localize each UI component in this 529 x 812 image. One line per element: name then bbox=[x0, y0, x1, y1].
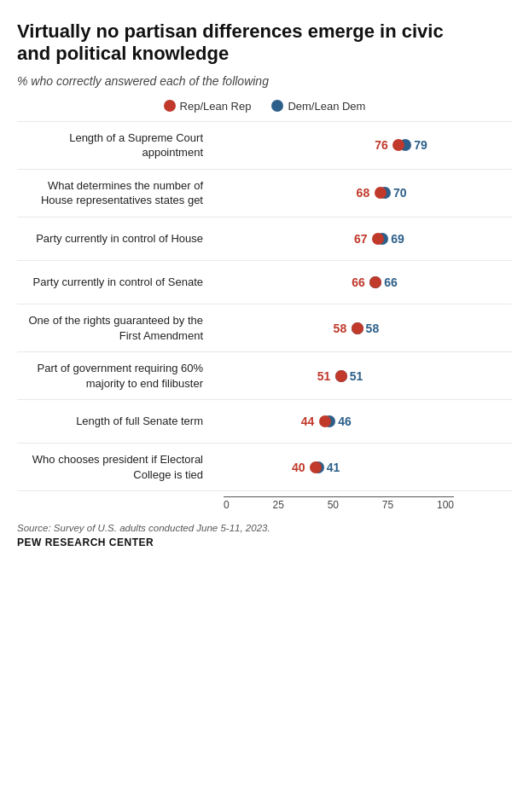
rep-number: 67 bbox=[354, 232, 368, 246]
row-dots: 4446 bbox=[213, 409, 512, 434]
rep-number: 40 bbox=[292, 461, 305, 474]
row-label: Length of a Supreme Court appointment bbox=[17, 130, 213, 160]
row-label: What determines the number of House repr… bbox=[17, 178, 213, 208]
axis-tick: 100 bbox=[437, 499, 454, 511]
rep-label: Rep/Lean Rep bbox=[180, 100, 252, 113]
rep-number: 68 bbox=[357, 186, 370, 200]
dem-number: 46 bbox=[338, 415, 352, 428]
dem-value: 70 bbox=[393, 186, 407, 200]
legend-rep: Rep/Lean Rep bbox=[164, 100, 252, 113]
rep-number: 76 bbox=[375, 138, 388, 152]
rep-value: 40 bbox=[292, 461, 305, 474]
axis-tick: 0 bbox=[224, 499, 230, 511]
chart-row: One of the rights guaranteed by the Firs… bbox=[17, 304, 512, 352]
dem-number: 79 bbox=[414, 138, 427, 152]
dem-value: 79 bbox=[414, 138, 427, 152]
row-label: Party currently in control of House bbox=[17, 231, 213, 246]
chart-row: Party currently in control of House6769 bbox=[17, 218, 512, 261]
dem-label: Dem/Lean Dem bbox=[288, 100, 365, 113]
dem-number: 41 bbox=[327, 461, 340, 474]
row-dots: 7679 bbox=[213, 132, 512, 158]
row-label: Part of government requiring 60% majorit… bbox=[17, 361, 213, 391]
dem-value: 69 bbox=[391, 232, 404, 246]
axis-ticks: 0255075100 bbox=[224, 499, 454, 511]
chart-row: Length of a Supreme Court appointment767… bbox=[17, 121, 512, 170]
dem-number: 66 bbox=[384, 276, 398, 289]
rep-value: 44 bbox=[301, 415, 315, 428]
row-label: One of the rights guaranteed by the Firs… bbox=[17, 313, 213, 343]
axis-tick: 50 bbox=[328, 499, 339, 511]
chart-area: Length of a Supreme Court appointment767… bbox=[17, 121, 512, 491]
rep-dot bbox=[319, 415, 331, 427]
row-dots: 6870 bbox=[213, 180, 512, 206]
chart-row: Who chooses president if Electoral Colle… bbox=[17, 444, 512, 491]
rep-dot bbox=[335, 370, 347, 382]
chart-subtitle: % who correctly answered each of the fol… bbox=[17, 74, 512, 88]
dem-number: 69 bbox=[391, 232, 404, 246]
dem-value: 66 bbox=[384, 276, 398, 289]
rep-value: 67 bbox=[354, 232, 368, 246]
rep-dot bbox=[375, 187, 387, 199]
dem-value: 41 bbox=[327, 461, 340, 474]
dem-number: 51 bbox=[350, 369, 363, 383]
axis-tick: 25 bbox=[272, 499, 283, 511]
dem-value: 46 bbox=[338, 415, 352, 428]
rep-number: 44 bbox=[301, 415, 315, 428]
rep-value: 51 bbox=[317, 369, 331, 383]
rep-dot bbox=[369, 276, 381, 288]
row-dots: 6666 bbox=[213, 270, 512, 295]
rep-value: 68 bbox=[357, 186, 370, 200]
rep-number: 66 bbox=[352, 276, 365, 289]
chart-row: Length of full Senate term4446 bbox=[17, 400, 512, 444]
row-label: Length of full Senate term bbox=[17, 414, 213, 429]
rep-dot bbox=[310, 461, 322, 473]
dem-value: 58 bbox=[366, 322, 380, 335]
dem-number: 70 bbox=[393, 186, 407, 200]
rep-dot bbox=[352, 322, 363, 334]
legend: Rep/Lean Rep Dem/Lean Dem bbox=[17, 100, 512, 113]
axis-tick: 75 bbox=[382, 499, 393, 511]
row-dots: 5858 bbox=[213, 316, 512, 341]
row-label: Party currently in control of Senate bbox=[17, 275, 213, 290]
rep-dot bbox=[392, 139, 404, 151]
chart-row: What determines the number of House repr… bbox=[17, 170, 512, 218]
chart-row: Part of government requiring 60% majorit… bbox=[17, 352, 512, 400]
rep-dot-legend bbox=[164, 100, 176, 112]
axis-area: 0255075100 bbox=[213, 496, 512, 511]
rep-number: 58 bbox=[334, 322, 347, 335]
row-dots: 6769 bbox=[213, 226, 512, 252]
chart-title: Virtually no partisan differences emerge… bbox=[17, 20, 478, 66]
legend-dem: Dem/Lean Dem bbox=[271, 100, 365, 113]
chart-row: Party currently in control of Senate6666 bbox=[17, 261, 512, 304]
rep-value: 58 bbox=[334, 322, 347, 335]
dem-value: 51 bbox=[350, 369, 363, 383]
org-name: PEW RESEARCH CENTER bbox=[17, 536, 512, 548]
axis-line bbox=[224, 496, 454, 497]
rep-value: 66 bbox=[352, 276, 365, 289]
rep-number: 51 bbox=[317, 369, 331, 383]
source-text: Source: Survey of U.S. adults conducted … bbox=[17, 523, 512, 533]
rep-value: 76 bbox=[375, 138, 388, 152]
rep-dot bbox=[372, 233, 384, 245]
row-dots: 4041 bbox=[213, 455, 512, 480]
dem-number: 58 bbox=[366, 322, 380, 335]
row-dots: 5151 bbox=[213, 363, 512, 389]
row-label: Who chooses president if Electoral Colle… bbox=[17, 452, 213, 482]
dem-dot-legend bbox=[271, 100, 283, 112]
